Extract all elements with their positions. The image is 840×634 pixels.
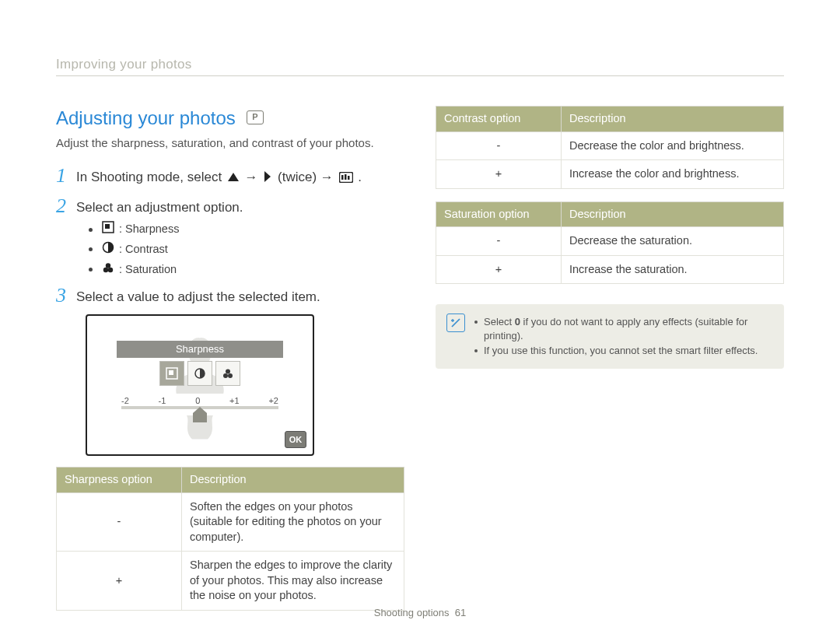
page-footer: Shooting options 61 [0,606,840,620]
step-text: In Shooting mode, select → (twice) → . [76,166,362,188]
cell-desc: Decrease the color and brightness. [562,131,784,160]
saturation-dots-icon [102,261,114,278]
cell-symbol: - [57,492,182,552]
tab-saturation-icon [215,361,240,386]
cell-desc: Decrease the saturation. [562,227,784,256]
sharpness-table: Sharpness option Description - Soften th… [56,467,404,611]
footer-page: 61 [455,607,466,618]
note-item: If you use this function, you cannot set… [474,344,773,358]
svg-rect-11 [169,370,173,375]
option-sharpness: : Sharpness [89,221,404,238]
intro-text: Adjust the sharpness, saturation, and co… [56,135,404,151]
bullet-icon [89,247,93,251]
step1-post: . [358,170,362,184]
screenshot-title-bar: Sharpness [117,341,283,358]
th-desc: Description [182,468,404,493]
camera-mode-icon: P [247,110,264,124]
option-saturation: : Saturation [89,261,404,278]
step-1: 1 In Shooting mode, select → (twice) → . [56,166,404,188]
table-row: + Increase the saturation. [436,255,784,284]
table-row: + Increase the color and brightness. [436,160,784,189]
option-label: : Contrast [119,242,168,257]
cell-symbol: + [57,552,182,611]
note-item: Select 0 if you do not want to apply any… [474,315,773,342]
cell-desc: Sharpen the edges to improve the clarity… [182,552,404,611]
step-2: 2 Select an adjustment option. [56,196,404,217]
option-label: : Sharpness [119,222,179,237]
step-text: Select an adjustment option. [76,196,243,217]
cell-desc: Increase the color and brightness. [562,160,784,189]
camera-screenshot: Sharpness -2 -1 0 [86,314,314,456]
step-3: 3 Select a value to adjust the selected … [56,285,404,306]
cell-symbol: + [436,255,562,284]
svg-point-15 [226,370,230,374]
option-label: : Saturation [119,262,177,278]
svg-rect-2 [345,174,347,180]
note-bold: 0 [515,316,520,328]
svg-rect-5 [105,224,110,229]
bullet-icon [89,268,93,271]
th-desc: Description [562,106,784,131]
table-row: - Decrease the saturation. [436,227,784,256]
left-column: Adjusting your photos P Adjust the sharp… [56,106,404,623]
note-box: Select 0 if you do not want to apply any… [436,304,784,369]
table-row: - Soften the edges on your photos (suita… [57,492,404,552]
contrast-table: Contrast option Description - Decrease t… [436,106,784,189]
table-row: + Sharpen the edges to improve the clari… [57,552,404,611]
tick: -2 [121,395,129,407]
footer-label: Shooting options [374,607,450,618]
svg-point-8 [108,267,113,271]
section-heading-row: Adjusting your photos P [56,106,404,131]
step-number: 1 [56,166,76,186]
adjust-icon [339,170,353,188]
cell-symbol: - [436,131,562,160]
step-text: Select a value to adjust the selected it… [76,285,320,306]
th-option: Contrast option [436,106,562,131]
note-text: if you do not want to apply any effects … [484,316,747,342]
option-contrast: : Contrast [89,241,404,258]
bullet-icon [89,228,93,232]
svg-rect-3 [348,176,350,180]
table-row: - Decrease the color and brightness. [436,131,784,160]
slider-handle-icon [193,407,207,422]
step1-pre: In Shooting mode, select [76,170,226,184]
svg-point-14 [228,373,233,378]
section-title: Adjusting your photos [56,106,236,131]
tab-contrast-icon [187,361,212,386]
note-icon [446,313,465,332]
th-option: Sharpness option [57,468,182,493]
option-list: : Sharpness : Contrast : Saturation [89,221,404,278]
cell-symbol: + [436,160,562,189]
ok-badge: OK [285,431,306,448]
step1-twice: (twice) → [278,170,338,184]
cell-desc: Soften the edges on your photos (suitabl… [182,492,404,552]
cell-desc: Increase the saturation. [562,255,784,284]
cell-symbol: - [436,227,562,256]
right-column: Contrast option Description - Decrease t… [436,106,784,623]
sharpness-chip-icon [102,221,114,238]
svg-rect-1 [341,175,344,180]
tick: 0 [195,395,200,407]
up-arrow-icon [227,170,240,188]
slider-ticks: -2 -1 0 +1 +2 [117,394,283,407]
svg-point-13 [223,373,228,378]
svg-point-9 [106,263,110,268]
note-list: Select 0 if you do not want to apply any… [474,313,773,359]
tick: +1 [229,395,240,407]
step1-arrow1: → [245,170,262,184]
svg-point-7 [103,267,108,271]
th-option: Saturation option [436,201,562,227]
screenshot-tabs [159,361,240,386]
note-text: Select [484,316,515,328]
tick: +2 [268,395,278,407]
breadcrumb: Improving your photos [56,56,784,76]
tick: -1 [159,395,166,407]
step-number: 3 [56,285,76,306]
contrast-circle-icon [102,241,114,258]
saturation-table: Saturation option Description - Decrease… [436,201,784,285]
step-number: 2 [56,196,76,216]
tab-sharpness-icon [159,361,184,386]
right-chevron-icon [263,170,272,188]
th-desc: Description [562,201,784,227]
